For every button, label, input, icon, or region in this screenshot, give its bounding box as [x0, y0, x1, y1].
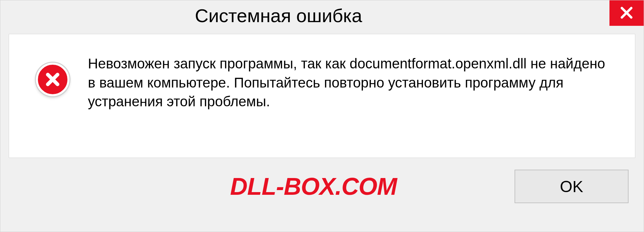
- watermark-text: DLL-BOX.COM: [230, 173, 397, 200]
- content-panel: Невозможен запуск программы, так как doc…: [9, 34, 635, 158]
- error-message: Невозможен запуск программы, так как doc…: [88, 54, 611, 111]
- error-icon: [36, 63, 69, 96]
- close-button[interactable]: [609, 0, 644, 26]
- ok-button[interactable]: OK: [515, 170, 629, 203]
- error-icon-wrapper: [36, 63, 69, 96]
- close-icon: [619, 5, 635, 22]
- dialog-title: Системная ошибка: [195, 5, 362, 26]
- footer: DLL-BOX.COM OK: [15, 170, 629, 203]
- titlebar: Системная ошибка: [0, 0, 644, 31]
- error-dialog: Системная ошибка Невозможен запуск прогр…: [0, 0, 644, 232]
